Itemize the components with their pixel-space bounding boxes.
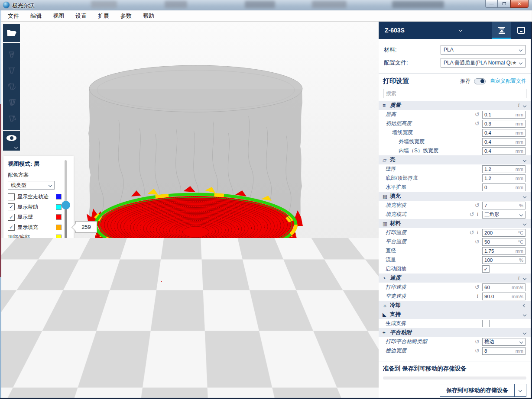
setting-input[interactable]: 0.4mm: [482, 138, 526, 146]
setting-input[interactable]: 1.75mm: [482, 247, 526, 255]
setting-row-初始层高度: 初始层高度↺0.3mm: [379, 119, 531, 128]
color-scheme-select[interactable]: 线类型: [8, 181, 55, 190]
close-button[interactable]: ✕: [510, 0, 529, 8]
setting-row-空走速度: 空走速度i90.0mm/s: [379, 292, 531, 301]
setting-unit: mm/s: [512, 285, 523, 290]
legend-row: 显示空走轨迹: [8, 193, 74, 200]
translate-tool-icon[interactable]: [6, 49, 17, 60]
setting-input[interactable]: 0.1mm: [482, 111, 526, 119]
3d-viewport[interactable]: 视图模式: 层 配色方案 线类型 显示空走轨迹✓显示帮助✓显示壁✓显示填充顶部/…: [1, 22, 379, 398]
section-title: 填充: [390, 193, 523, 200]
menu-item-3[interactable]: 设置: [70, 10, 92, 22]
eye-icon: [10, 136, 13, 140]
legend-checkbox[interactable]: ✓: [8, 214, 15, 221]
setting-label: 空走速度: [379, 293, 477, 300]
section-header-速度[interactable]: ◔速度i: [379, 274, 531, 283]
open-file-button[interactable]: [3, 24, 20, 42]
section-header-冷却[interactable]: ☼冷却: [379, 301, 531, 310]
setting-input[interactable]: 7%: [482, 202, 526, 209]
menu-item-6[interactable]: 帮助: [137, 10, 160, 22]
view-mode-button[interactable]: [3, 131, 20, 151]
chevron-down-icon: [523, 331, 526, 334]
setting-input[interactable]: 8mm: [482, 347, 526, 355]
menu-item-1[interactable]: 编辑: [25, 10, 47, 22]
menu-item-5[interactable]: 参数: [115, 10, 137, 22]
setting-unit: mm/s: [512, 294, 523, 299]
save-status-text: 准备到 保存到可移动的存储设备: [383, 365, 526, 373]
section-header-填充[interactable]: ▨填充: [379, 192, 531, 201]
infill-icon: ▨: [383, 193, 390, 200]
save-to-removable-button[interactable]: 保存到可移动的存储设备: [440, 384, 515, 397]
setting-input[interactable]: 90.0mm/s: [482, 293, 526, 300]
setting-input[interactable]: 100%: [482, 256, 526, 264]
save-options-caret[interactable]: [515, 384, 526, 397]
reset-icon[interactable]: ↺: [475, 284, 480, 290]
per-model-settings-icon[interactable]: [6, 113, 17, 124]
setting-label: 流量: [379, 256, 482, 264]
setting-input[interactable]: 0.3mm: [482, 120, 526, 128]
edit-name-icon[interactable]: ✎: [370, 367, 375, 374]
rotate-tool-icon[interactable]: [6, 81, 17, 92]
section-header-壳[interactable]: ▱壳: [379, 155, 531, 164]
profile-value: PLA 普通质量(PLA Normal Qua: [444, 59, 516, 67]
setting-input[interactable]: 60mm/s: [482, 283, 526, 291]
menu-item-4[interactable]: 扩展: [92, 10, 115, 22]
setting-select[interactable]: 三角形: [482, 211, 526, 219]
menu-item-0[interactable]: 文件: [2, 10, 25, 22]
setting-input[interactable]: 0.4mm: [482, 147, 526, 155]
profile-select[interactable]: PLA 普通质量(PLA Normal Qua ★: [441, 58, 526, 68]
setting-checkbox[interactable]: [482, 320, 490, 327]
material-label: 材料:: [384, 46, 397, 54]
section-header-平台粘附[interactable]: ÷平台粘附: [379, 328, 531, 337]
layer-slider-bottom-handle[interactable]: [62, 243, 70, 251]
setting-input[interactable]: 0.4mm: [482, 129, 526, 137]
layer-slider-top-handle[interactable]: [62, 201, 70, 209]
legend-checkbox[interactable]: ✓: [8, 203, 15, 210]
setting-row-底部/顶部厚度: 底部/顶部厚度1.2mm: [379, 174, 531, 183]
setting-select[interactable]: 檐边: [482, 338, 526, 346]
setting-checkbox[interactable]: ✓: [482, 265, 490, 273]
printer-header: Z-603S: [379, 22, 531, 39]
setting-label: 内墙（S）线宽度: [379, 147, 482, 154]
mirror-tool-icon[interactable]: [6, 97, 17, 108]
material-row: 材料: PLA: [379, 43, 531, 56]
chevron-down-icon: [523, 276, 526, 280]
section-header-材料[interactable]: ▥材料: [379, 219, 531, 228]
reset-icon[interactable]: ↺: [470, 212, 474, 217]
setting-row-打印平台粘附类型: 打印平台粘附类型↺檐边: [379, 337, 531, 346]
scale-tool-icon[interactable]: [6, 65, 17, 76]
restore-button[interactable]: [498, 0, 510, 8]
reset-icon[interactable]: ↺: [475, 112, 480, 117]
search-input[interactable]: [383, 90, 526, 97]
section-header-支持[interactable]: ◣支持: [379, 310, 531, 319]
section-header-质量[interactable]: ≡质量i: [379, 101, 531, 110]
minimize-button[interactable]: —: [485, 0, 498, 8]
legend-checkbox[interactable]: [8, 193, 15, 200]
reset-icon[interactable]: ↺: [475, 348, 480, 354]
reset-icon[interactable]: ↺: [475, 121, 480, 126]
legend-checkbox[interactable]: ✓: [8, 224, 15, 231]
reset-icon[interactable]: ↺: [475, 239, 480, 245]
recommended-toggle[interactable]: [474, 78, 486, 84]
model-dimensions: 90.8 x 90.8 x 118.0 毫米: [288, 378, 375, 385]
material-select[interactable]: PLA: [441, 45, 526, 55]
title-bar: 极光尔沃 — ✕: [0, 0, 532, 10]
monitor-tab-tab[interactable]: [511, 22, 531, 39]
prepare-tab-tab[interactable]: [492, 22, 511, 39]
setting-input[interactable]: 0mm: [482, 183, 526, 191]
prepare-tab-icon: [497, 26, 506, 35]
chevron-down-icon[interactable]: [459, 28, 462, 32]
reset-icon[interactable]: ↺: [470, 230, 474, 235]
setting-input[interactable]: 200°C: [482, 229, 526, 237]
setting-input[interactable]: 50°C: [482, 238, 526, 246]
reset-icon[interactable]: ↺: [475, 339, 480, 344]
star-icon: ★: [512, 60, 516, 66]
reset-icon[interactable]: ↺: [475, 203, 480, 208]
setting-unit: mm: [516, 167, 523, 172]
color-swatch: [56, 235, 62, 240]
section-title: 质量: [390, 102, 518, 109]
menu-item-2[interactable]: 视图: [47, 10, 70, 22]
setting-input[interactable]: 1.2mm: [482, 174, 526, 182]
setting-input[interactable]: 1.2mm: [482, 165, 526, 173]
custom-profile-link[interactable]: 自定义配置文件: [490, 77, 526, 85]
